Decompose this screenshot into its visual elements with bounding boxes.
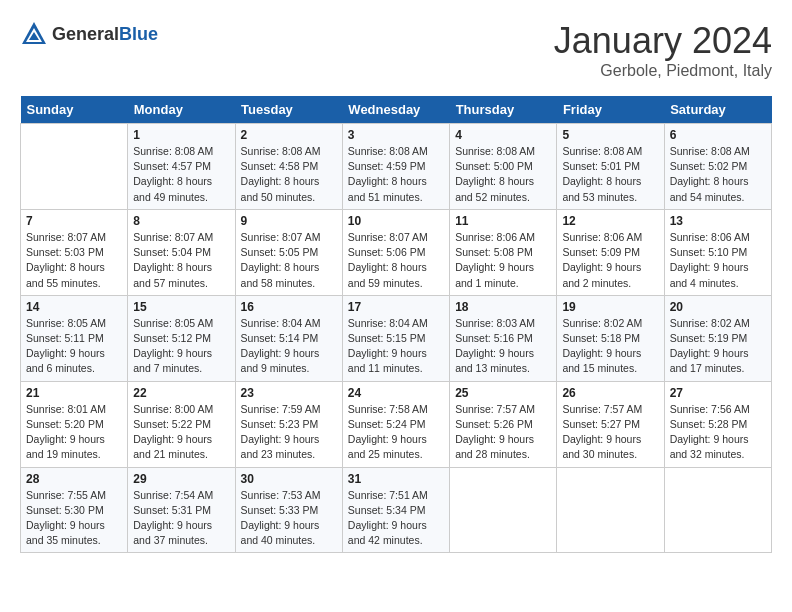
calendar-cell	[21, 124, 128, 210]
day-number: 21	[26, 386, 122, 400]
weekday-header-cell: Thursday	[450, 96, 557, 124]
cell-info: Sunrise: 8:01 AMSunset: 5:20 PMDaylight:…	[26, 402, 122, 463]
day-number: 14	[26, 300, 122, 314]
day-number: 8	[133, 214, 229, 228]
cell-info: Sunrise: 7:53 AMSunset: 5:33 PMDaylight:…	[241, 488, 337, 549]
calendar-cell: 15Sunrise: 8:05 AMSunset: 5:12 PMDayligh…	[128, 295, 235, 381]
cell-info: Sunrise: 7:55 AMSunset: 5:30 PMDaylight:…	[26, 488, 122, 549]
calendar-cell	[450, 467, 557, 553]
cell-info: Sunrise: 8:08 AMSunset: 5:02 PMDaylight:…	[670, 144, 766, 205]
calendar-cell: 16Sunrise: 8:04 AMSunset: 5:14 PMDayligh…	[235, 295, 342, 381]
calendar-cell: 1Sunrise: 8:08 AMSunset: 4:57 PMDaylight…	[128, 124, 235, 210]
day-number: 11	[455, 214, 551, 228]
cell-info: Sunrise: 8:04 AMSunset: 5:14 PMDaylight:…	[241, 316, 337, 377]
month-title: January 2024	[554, 20, 772, 62]
cell-info: Sunrise: 8:03 AMSunset: 5:16 PMDaylight:…	[455, 316, 551, 377]
cell-info: Sunrise: 8:07 AMSunset: 5:04 PMDaylight:…	[133, 230, 229, 291]
calendar-cell: 7Sunrise: 8:07 AMSunset: 5:03 PMDaylight…	[21, 209, 128, 295]
calendar-cell: 5Sunrise: 8:08 AMSunset: 5:01 PMDaylight…	[557, 124, 664, 210]
cell-info: Sunrise: 7:57 AMSunset: 5:27 PMDaylight:…	[562, 402, 658, 463]
calendar-cell: 22Sunrise: 8:00 AMSunset: 5:22 PMDayligh…	[128, 381, 235, 467]
calendar-cell: 29Sunrise: 7:54 AMSunset: 5:31 PMDayligh…	[128, 467, 235, 553]
cell-info: Sunrise: 8:08 AMSunset: 5:00 PMDaylight:…	[455, 144, 551, 205]
weekday-header-cell: Monday	[128, 96, 235, 124]
cell-info: Sunrise: 8:08 AMSunset: 4:58 PMDaylight:…	[241, 144, 337, 205]
cell-info: Sunrise: 8:06 AMSunset: 5:10 PMDaylight:…	[670, 230, 766, 291]
calendar-cell: 3Sunrise: 8:08 AMSunset: 4:59 PMDaylight…	[342, 124, 449, 210]
cell-info: Sunrise: 7:54 AMSunset: 5:31 PMDaylight:…	[133, 488, 229, 549]
cell-info: Sunrise: 8:08 AMSunset: 5:01 PMDaylight:…	[562, 144, 658, 205]
day-number: 6	[670, 128, 766, 142]
calendar-cell: 2Sunrise: 8:08 AMSunset: 4:58 PMDaylight…	[235, 124, 342, 210]
calendar-cell: 30Sunrise: 7:53 AMSunset: 5:33 PMDayligh…	[235, 467, 342, 553]
cell-info: Sunrise: 8:02 AMSunset: 5:19 PMDaylight:…	[670, 316, 766, 377]
day-number: 24	[348, 386, 444, 400]
calendar-cell: 12Sunrise: 8:06 AMSunset: 5:09 PMDayligh…	[557, 209, 664, 295]
cell-info: Sunrise: 8:07 AMSunset: 5:03 PMDaylight:…	[26, 230, 122, 291]
calendar-week-row: 21Sunrise: 8:01 AMSunset: 5:20 PMDayligh…	[21, 381, 772, 467]
calendar-cell: 20Sunrise: 8:02 AMSunset: 5:19 PMDayligh…	[664, 295, 771, 381]
cell-info: Sunrise: 8:05 AMSunset: 5:12 PMDaylight:…	[133, 316, 229, 377]
day-number: 30	[241, 472, 337, 486]
calendar-cell: 10Sunrise: 8:07 AMSunset: 5:06 PMDayligh…	[342, 209, 449, 295]
day-number: 26	[562, 386, 658, 400]
calendar-cell: 13Sunrise: 8:06 AMSunset: 5:10 PMDayligh…	[664, 209, 771, 295]
cell-info: Sunrise: 8:05 AMSunset: 5:11 PMDaylight:…	[26, 316, 122, 377]
calendar-cell: 21Sunrise: 8:01 AMSunset: 5:20 PMDayligh…	[21, 381, 128, 467]
cell-info: Sunrise: 7:56 AMSunset: 5:28 PMDaylight:…	[670, 402, 766, 463]
calendar-cell: 9Sunrise: 8:07 AMSunset: 5:05 PMDaylight…	[235, 209, 342, 295]
calendar-cell: 19Sunrise: 8:02 AMSunset: 5:18 PMDayligh…	[557, 295, 664, 381]
cell-info: Sunrise: 8:08 AMSunset: 4:59 PMDaylight:…	[348, 144, 444, 205]
calendar-cell: 17Sunrise: 8:04 AMSunset: 5:15 PMDayligh…	[342, 295, 449, 381]
weekday-header-cell: Friday	[557, 96, 664, 124]
day-number: 10	[348, 214, 444, 228]
day-number: 1	[133, 128, 229, 142]
calendar-cell: 28Sunrise: 7:55 AMSunset: 5:30 PMDayligh…	[21, 467, 128, 553]
weekday-header-row: SundayMondayTuesdayWednesdayThursdayFrid…	[21, 96, 772, 124]
cell-info: Sunrise: 8:08 AMSunset: 4:57 PMDaylight:…	[133, 144, 229, 205]
calendar-cell: 4Sunrise: 8:08 AMSunset: 5:00 PMDaylight…	[450, 124, 557, 210]
day-number: 18	[455, 300, 551, 314]
calendar-cell: 11Sunrise: 8:06 AMSunset: 5:08 PMDayligh…	[450, 209, 557, 295]
cell-info: Sunrise: 8:06 AMSunset: 5:09 PMDaylight:…	[562, 230, 658, 291]
title-area: January 2024 Gerbole, Piedmont, Italy	[554, 20, 772, 80]
day-number: 27	[670, 386, 766, 400]
day-number: 13	[670, 214, 766, 228]
page-header: GeneralBlue January 2024 Gerbole, Piedmo…	[20, 20, 772, 80]
calendar-table: SundayMondayTuesdayWednesdayThursdayFrid…	[20, 96, 772, 553]
day-number: 3	[348, 128, 444, 142]
cell-info: Sunrise: 7:59 AMSunset: 5:23 PMDaylight:…	[241, 402, 337, 463]
weekday-header-cell: Saturday	[664, 96, 771, 124]
day-number: 29	[133, 472, 229, 486]
cell-info: Sunrise: 8:06 AMSunset: 5:08 PMDaylight:…	[455, 230, 551, 291]
day-number: 2	[241, 128, 337, 142]
day-number: 15	[133, 300, 229, 314]
weekday-header-cell: Wednesday	[342, 96, 449, 124]
day-number: 12	[562, 214, 658, 228]
day-number: 5	[562, 128, 658, 142]
day-number: 7	[26, 214, 122, 228]
calendar-week-row: 28Sunrise: 7:55 AMSunset: 5:30 PMDayligh…	[21, 467, 772, 553]
calendar-cell: 26Sunrise: 7:57 AMSunset: 5:27 PMDayligh…	[557, 381, 664, 467]
calendar-cell: 18Sunrise: 8:03 AMSunset: 5:16 PMDayligh…	[450, 295, 557, 381]
day-number: 31	[348, 472, 444, 486]
cell-info: Sunrise: 8:07 AMSunset: 5:06 PMDaylight:…	[348, 230, 444, 291]
weekday-header-cell: Tuesday	[235, 96, 342, 124]
calendar-cell: 25Sunrise: 7:57 AMSunset: 5:26 PMDayligh…	[450, 381, 557, 467]
day-number: 4	[455, 128, 551, 142]
logo-icon	[20, 20, 48, 48]
cell-info: Sunrise: 8:00 AMSunset: 5:22 PMDaylight:…	[133, 402, 229, 463]
calendar-week-row: 14Sunrise: 8:05 AMSunset: 5:11 PMDayligh…	[21, 295, 772, 381]
logo: GeneralBlue	[20, 20, 158, 48]
calendar-week-row: 7Sunrise: 8:07 AMSunset: 5:03 PMDaylight…	[21, 209, 772, 295]
logo-text-general: General	[52, 24, 119, 44]
day-number: 17	[348, 300, 444, 314]
cell-info: Sunrise: 7:51 AMSunset: 5:34 PMDaylight:…	[348, 488, 444, 549]
logo-text-blue: Blue	[119, 24, 158, 44]
calendar-cell: 8Sunrise: 8:07 AMSunset: 5:04 PMDaylight…	[128, 209, 235, 295]
calendar-cell: 14Sunrise: 8:05 AMSunset: 5:11 PMDayligh…	[21, 295, 128, 381]
day-number: 16	[241, 300, 337, 314]
calendar-cell	[557, 467, 664, 553]
calendar-cell: 31Sunrise: 7:51 AMSunset: 5:34 PMDayligh…	[342, 467, 449, 553]
cell-info: Sunrise: 7:58 AMSunset: 5:24 PMDaylight:…	[348, 402, 444, 463]
